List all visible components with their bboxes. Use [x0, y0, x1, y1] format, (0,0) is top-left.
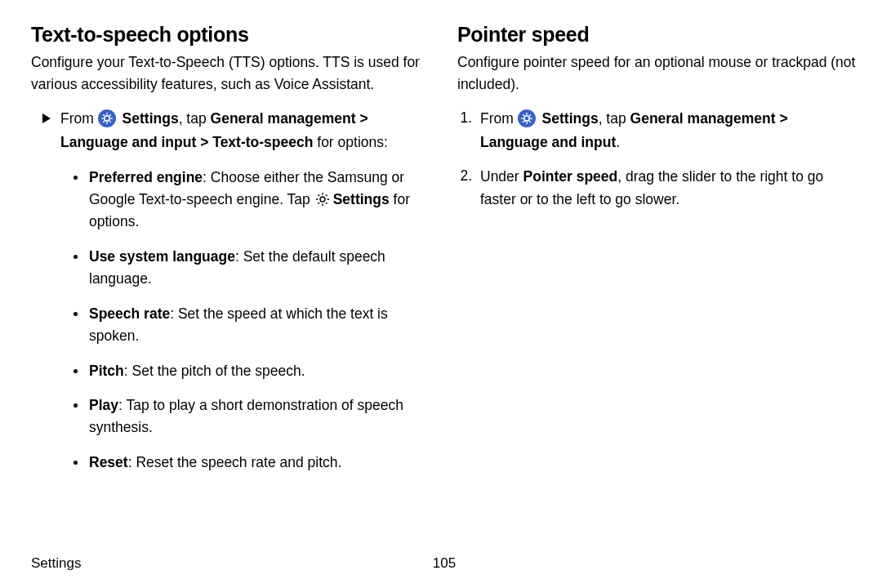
tts-from-step: From Settings, tap General management > … [31, 107, 431, 154]
settings-gear-icon [518, 109, 536, 127]
svg-point-4 [518, 109, 536, 127]
sublist-item: Play: Tap to play a short demonstration … [74, 394, 431, 439]
step-1: From Settings, tap General management > … [457, 107, 858, 154]
settings-gear-icon [98, 109, 116, 127]
arrow-icon [42, 112, 51, 127]
bullet-icon [74, 312, 78, 316]
sublist-item: Reset: Reset the speech rate and pitch. [74, 452, 431, 474]
sublist-item: Speech rate: Set the speed at which the … [74, 303, 431, 347]
svg-point-3 [320, 197, 325, 202]
footer-section: Settings [31, 555, 81, 572]
tts-sublist: Preferred engine: Choose either the Sams… [31, 167, 431, 474]
right-column: Pointer speed Configure pointer speed fo… [457, 23, 858, 487]
pointer-intro: Configure pointer speed for an optional … [457, 51, 858, 96]
pointer-heading: Pointer speed [457, 23, 858, 47]
bullet-icon [74, 176, 78, 180]
sublist-item: Preferred engine: Choose either the Sams… [74, 167, 431, 233]
svg-point-1 [98, 109, 116, 127]
bullet-icon [74, 461, 78, 465]
tts-heading: Text-to-speech options [31, 23, 431, 47]
gear-outline-icon [314, 191, 331, 207]
bullet-icon [74, 255, 78, 259]
step-2: Under Pointer speed, drag the slider to … [457, 165, 858, 212]
pointer-steps: From Settings, tap General management > … [457, 107, 858, 211]
sublist-item: Use system language: Set the default spe… [74, 246, 431, 290]
bullet-icon [74, 369, 78, 373]
sublist-item: Pitch: Set the pitch of the speech. [74, 360, 431, 382]
tts-from-text: From Settings, tap General management > … [60, 107, 431, 154]
page-footer: Settings 105 [31, 555, 858, 572]
tts-intro: Configure your Text-to-Speech (TTS) opti… [31, 51, 431, 96]
bullet-icon [74, 403, 78, 408]
footer-page-number: 105 [433, 555, 456, 572]
left-column: Text-to-speech options Configure your Te… [31, 23, 431, 487]
svg-marker-0 [42, 114, 51, 123]
